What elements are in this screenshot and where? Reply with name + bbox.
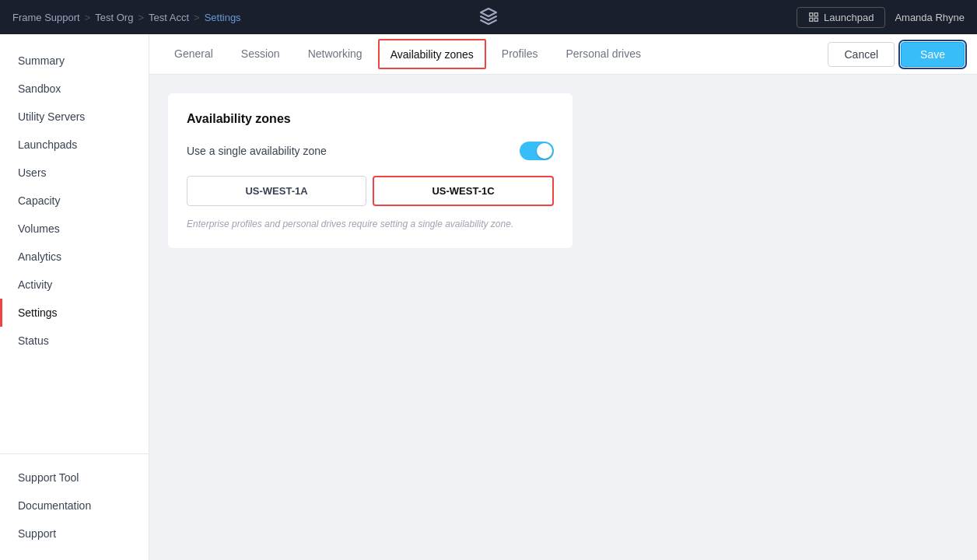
sidebar-item-utility-servers[interactable]: Utility Servers (0, 103, 149, 131)
sidebar-bottom: Support Tool Documentation Support (0, 453, 149, 548)
sidebar-item-settings[interactable]: Settings (0, 299, 149, 327)
main-content: General Session Networking Availability … (149, 34, 977, 560)
launchpad-icon (808, 12, 819, 23)
launchpad-button[interactable]: Launchpad (797, 7, 885, 28)
breadcrumb-settings: Settings (205, 12, 241, 23)
sidebar-item-documentation[interactable]: Documentation (0, 492, 149, 520)
page-content: Availability zones Use a single availabi… (149, 75, 977, 560)
save-button[interactable]: Save (901, 42, 965, 67)
sidebar-item-summary[interactable]: Summary (0, 47, 149, 75)
sidebar-item-support[interactable]: Support (0, 520, 149, 548)
tab-networking[interactable]: Networking (296, 34, 375, 74)
zone-buttons: US-WEST-1A US-WEST-1C (187, 176, 554, 206)
svg-rect-1 (814, 13, 818, 16)
tab-general[interactable]: General (162, 34, 226, 74)
sidebar-item-capacity[interactable]: Capacity (0, 187, 149, 215)
breadcrumb: Frame Support > Test Org > Test Acct > S… (12, 12, 241, 23)
svg-rect-3 (814, 18, 818, 21)
app-layout: Summary Sandbox Utility Servers Launchpa… (0, 34, 977, 560)
sidebar-item-volumes[interactable]: Volumes (0, 215, 149, 243)
sidebar-spacer (0, 355, 149, 453)
zone-us-west-1c-button[interactable]: US-WEST-1C (373, 176, 554, 206)
breadcrumb-test-acct[interactable]: Test Acct (149, 12, 189, 23)
tabbar-actions: Cancel Save (828, 42, 965, 67)
tab-availability-zones[interactable]: Availability zones (378, 39, 486, 69)
sidebar-item-activity[interactable]: Activity (0, 271, 149, 299)
top-navigation: Frame Support > Test Org > Test Acct > S… (0, 0, 977, 34)
availability-zone-toggle[interactable] (520, 142, 554, 160)
svg-rect-0 (810, 13, 813, 16)
tab-bar: General Session Networking Availability … (149, 34, 977, 75)
tab-session[interactable]: Session (229, 34, 292, 74)
cancel-button[interactable]: Cancel (828, 42, 895, 67)
sidebar-item-analytics[interactable]: Analytics (0, 243, 149, 271)
svg-rect-2 (810, 18, 813, 21)
availability-zones-card: Availability zones Use a single availabi… (168, 93, 573, 248)
availability-zone-hint: Enterprise profiles and personal drives … (187, 219, 554, 229)
tab-profiles[interactable]: Profiles (489, 34, 551, 74)
sidebar-main-items: Summary Sandbox Utility Servers Launchpa… (0, 47, 149, 355)
sidebar-item-launchpads[interactable]: Launchpads (0, 131, 149, 159)
zone-us-west-1a-button[interactable]: US-WEST-1A (187, 176, 366, 206)
tab-personal-drives[interactable]: Personal drives (553, 34, 653, 74)
topnav-right: Launchpad Amanda Rhyne (797, 7, 965, 28)
sidebar-item-support-tool[interactable]: Support Tool (0, 464, 149, 492)
breadcrumb-sep-2: > (138, 12, 144, 23)
breadcrumb-frame-support[interactable]: Frame Support (12, 12, 80, 23)
app-logo (479, 7, 498, 28)
toggle-label: Use a single availability zone (187, 145, 327, 157)
sidebar-item-sandbox[interactable]: Sandbox (0, 75, 149, 103)
sidebar-item-status[interactable]: Status (0, 327, 149, 355)
tabs: General Session Networking Availability … (162, 34, 653, 74)
sidebar: Summary Sandbox Utility Servers Launchpa… (0, 34, 149, 560)
user-menu[interactable]: Amanda Rhyne (895, 12, 965, 23)
toggle-row: Use a single availability zone (187, 142, 554, 160)
breadcrumb-sep-3: > (194, 12, 200, 23)
breadcrumb-test-org[interactable]: Test Org (95, 12, 133, 23)
sidebar-item-users[interactable]: Users (0, 159, 149, 187)
breadcrumb-sep-1: > (85, 12, 91, 23)
card-title: Availability zones (187, 112, 554, 126)
